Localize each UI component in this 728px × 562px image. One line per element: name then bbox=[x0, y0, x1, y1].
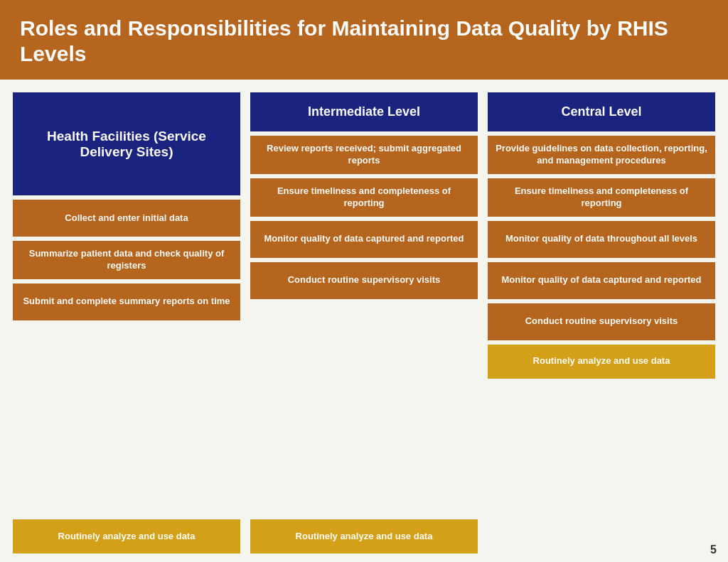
col1-item-2: Summarize patient data and check quality… bbox=[13, 241, 240, 279]
col2-item-4: Conduct routine supervisory visits bbox=[250, 262, 478, 299]
col2-item-5: Routinely analyze and use data bbox=[250, 519, 478, 553]
col3-item-4: Monitor quality of data captured and rep… bbox=[488, 262, 715, 299]
col1-header: Health Facilities (Service Delivery Site… bbox=[13, 92, 240, 195]
page: Roles and Responsibilities for Maintaini… bbox=[0, 0, 728, 562]
col1-item-3: Submit and complete summary reports on t… bbox=[13, 283, 240, 320]
col2-spacer bbox=[250, 303, 478, 515]
page-title: Roles and Responsibilities for Maintaini… bbox=[20, 16, 708, 67]
col3-item-1: Provide guidelines on data collection, r… bbox=[488, 136, 715, 174]
col2-item-3: Monitor quality of data captured and rep… bbox=[250, 221, 478, 258]
col3-item-6: Routinely analyze and use data bbox=[488, 345, 715, 379]
column-health-facilities: Health Facilities (Service Delivery Site… bbox=[13, 92, 240, 553]
col1-item-1: Collect and enter initial data bbox=[13, 200, 240, 237]
col2-item-1: Review reports received; submit aggregat… bbox=[250, 136, 478, 174]
content-area: Health Facilities (Service Delivery Site… bbox=[0, 80, 728, 562]
col2-item-2: Ensure timeliness and completeness of re… bbox=[250, 178, 478, 217]
column-intermediate: Intermediate Level Review reports receiv… bbox=[250, 92, 478, 553]
col3-item-2: Ensure timeliness and completeness of re… bbox=[488, 178, 715, 217]
col3-header: Central Level bbox=[488, 92, 715, 131]
col1-spacer bbox=[13, 325, 240, 515]
col2-header: Intermediate Level bbox=[250, 92, 478, 131]
col3-item-5: Conduct routine supervisory visits bbox=[488, 303, 715, 340]
column-central: Central Level Provide guidelines on data… bbox=[488, 92, 715, 553]
col3-item-3: Monitor quality of data throughout all l… bbox=[488, 221, 715, 258]
page-number: 5 bbox=[710, 544, 717, 556]
header: Roles and Responsibilities for Maintaini… bbox=[0, 0, 728, 80]
col1-item-4: Routinely analyze and use data bbox=[13, 519, 240, 553]
